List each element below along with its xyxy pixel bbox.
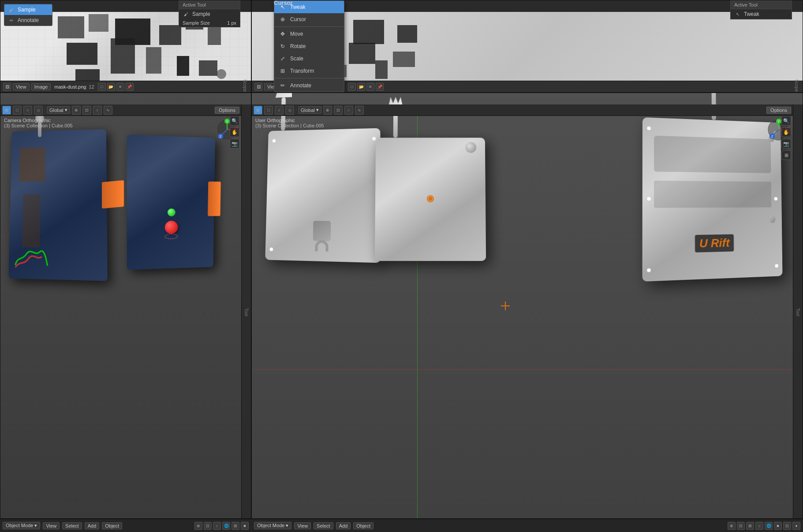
- hand-btn-left[interactable]: ✋: [230, 127, 239, 137]
- camera-btn-right[interactable]: 📷: [781, 139, 791, 149]
- select-mode3-left[interactable]: ◇: [34, 106, 43, 115]
- editor-type-btn-right[interactable]: 🖼: [254, 83, 262, 91]
- pin-icon-left[interactable]: 📌: [126, 83, 134, 91]
- tool-sidebar-label-left: Tool: [242, 106, 250, 518]
- open-file-icon-r[interactable]: 📂: [357, 83, 365, 91]
- object-status-left[interactable]: Object: [102, 522, 122, 529]
- view-btn-left[interactable]: View: [13, 83, 30, 90]
- status-icon-4[interactable]: 🌐: [222, 522, 230, 530]
- editor-type-btn-left[interactable]: 🖼: [3, 83, 11, 91]
- select-mode2-left[interactable]: ○: [23, 106, 32, 115]
- status-icon-r2[interactable]: ⊡: [737, 522, 745, 530]
- add-status-left[interactable]: Add: [85, 522, 100, 529]
- new-file-icon[interactable]: □: [98, 83, 106, 91]
- dropdown-arrow-r: ▾: [316, 107, 319, 113]
- connecting-bracket: [102, 180, 124, 208]
- add-status-right[interactable]: Add: [336, 522, 351, 529]
- image-btn-left[interactable]: Image: [31, 83, 51, 90]
- proportional-btn-right[interactable]: ○: [344, 106, 353, 115]
- status-icon-r3[interactable]: ⊞: [746, 522, 754, 530]
- snap-btn-left[interactable]: ⊡: [82, 106, 91, 115]
- extra-btn-left[interactable]: ∿: [104, 106, 112, 115]
- red-sphere: [165, 221, 178, 234]
- file-action-icons-left: □ 📂 ✕ 📌: [98, 83, 134, 91]
- tool-sidebar-right: Tool: [793, 104, 803, 518]
- status-icon-r4[interactable]: ○: [755, 522, 763, 530]
- dd-item-scale[interactable]: ⤢ Scale: [274, 52, 344, 65]
- dd-item-annotate[interactable]: ✏ Annotate: [274, 79, 344, 92]
- mode-icon-right[interactable]: ⊞: [254, 106, 262, 115]
- viewport-user-ortho: ⊞ □ ○ ◇ Global ▾ ⊕ ⊡ ○ ∿ Options User Or…: [251, 93, 803, 519]
- obj-detail-2: [22, 194, 40, 247]
- select-mode3-right[interactable]: ◇: [285, 106, 294, 115]
- proportional-btn-left[interactable]: ○: [93, 106, 102, 115]
- status-icon-r7[interactable]: ⊡: [783, 522, 791, 530]
- status-icon-2[interactable]: ⊡: [204, 522, 212, 530]
- status-icon-5[interactable]: ⊞: [232, 522, 239, 530]
- status-icon-6[interactable]: ■: [241, 522, 249, 530]
- new-file-icon-r[interactable]: □: [348, 83, 356, 91]
- status-icon-r8[interactable]: ●: [792, 522, 800, 530]
- surface-recess-1: [654, 136, 771, 173]
- snap-btn-right[interactable]: ⊡: [334, 106, 343, 115]
- status-icon-r1[interactable]: ⊕: [728, 522, 736, 530]
- orange-cursor: [427, 195, 434, 202]
- green-wires: [13, 247, 49, 271]
- tool-popup-sample[interactable]: 🖌 Sample: [4, 4, 52, 15]
- close-file-icon-r[interactable]: ✕: [366, 83, 374, 91]
- hex-bolt-r2: [769, 216, 776, 223]
- hand-btn-right[interactable]: ✋: [781, 127, 791, 137]
- padlock: [308, 221, 335, 253]
- active-tool-panel-right: Active Tool ↖ Tweak: [730, 0, 792, 19]
- zoom-in-btn-left[interactable]: 🔍: [230, 116, 239, 126]
- status-icon-1[interactable]: ⊕: [194, 522, 202, 530]
- mode-icon-left[interactable]: ⊞: [2, 106, 11, 115]
- select-status-right[interactable]: Select: [314, 522, 333, 529]
- status-icon-3[interactable]: ○: [213, 522, 221, 530]
- dd-item-transform[interactable]: ⊞ Transform: [274, 65, 344, 77]
- image-editor-header-left: 🖼 View Image mask-dust.png 12 □ 📂 ✕ 📌 Sc…: [0, 81, 251, 92]
- dd-item-rotate[interactable]: ↻ Rotate: [274, 40, 344, 52]
- br-cube-left: [265, 128, 381, 263]
- select-mode2-right[interactable]: ○: [275, 106, 284, 115]
- transform-btn-right[interactable]: Global ▾: [298, 106, 321, 114]
- select-mode-right[interactable]: □: [264, 106, 273, 115]
- annotate-icon: ✏: [8, 17, 15, 24]
- zoom-in-btn-right[interactable]: 🔍: [781, 116, 791, 126]
- active-tool-title-left: Active Tool: [179, 1, 240, 9]
- mode-btn-left[interactable]: Object Mode ▾: [3, 522, 40, 529]
- dd-item-cursor[interactable]: ⊕ Cursor: [274, 13, 344, 26]
- tool-popup-left: 🖌 Sample ✏ Annotate: [4, 4, 52, 26]
- options-btn-right[interactable]: Options: [766, 107, 791, 114]
- tool-label-sample: Sample: [18, 7, 36, 13]
- tool-popup-annotate[interactable]: ✏ Annotate: [4, 15, 52, 26]
- annotate-dd-icon: ✏: [279, 82, 287, 89]
- dd-item-move[interactable]: ✥ Move: [274, 28, 344, 40]
- status-icon-r6[interactable]: ■: [774, 522, 782, 530]
- view-status-right[interactable]: View: [294, 522, 311, 529]
- close-file-icon[interactable]: ✕: [116, 83, 124, 91]
- options-btn-left[interactable]: Options: [215, 107, 239, 114]
- open-file-icon[interactable]: 📂: [107, 83, 115, 91]
- urift-box: U Rift: [695, 234, 734, 252]
- select-mode-left[interactable]: □: [13, 106, 22, 115]
- pivot-btn-right[interactable]: ⊕: [323, 106, 332, 115]
- active-tool-name-right: ↖ Tweak: [731, 9, 792, 19]
- cursor-title: Cursor: [274, 0, 293, 6]
- active-tool-panel-left: Active Tool 🖌 Sample Sample Size 1 px: [179, 0, 240, 27]
- transform-btn-left[interactable]: Global ▾: [47, 106, 70, 114]
- pivot-btn-left[interactable]: ⊕: [72, 106, 81, 115]
- svg-text:Y: Y: [777, 119, 780, 123]
- obj-detail-1: [19, 147, 45, 182]
- camera-btn-left[interactable]: 📷: [230, 139, 239, 149]
- ctrl-pt-2: [372, 137, 376, 141]
- extra-btn-right[interactable]: ∿: [355, 106, 364, 115]
- object-status-right[interactable]: Object: [353, 522, 373, 529]
- select-status-left[interactable]: Select: [62, 522, 82, 529]
- tool-sidebar-left: Tool: [241, 104, 251, 518]
- pin-icon-right[interactable]: 📌: [376, 83, 384, 91]
- grid-btn-right[interactable]: ⊞: [781, 150, 791, 160]
- mode-btn-right[interactable]: Object Mode ▾: [254, 522, 291, 529]
- view-status-left[interactable]: View: [43, 522, 60, 529]
- status-icon-r5[interactable]: 🌐: [765, 522, 773, 530]
